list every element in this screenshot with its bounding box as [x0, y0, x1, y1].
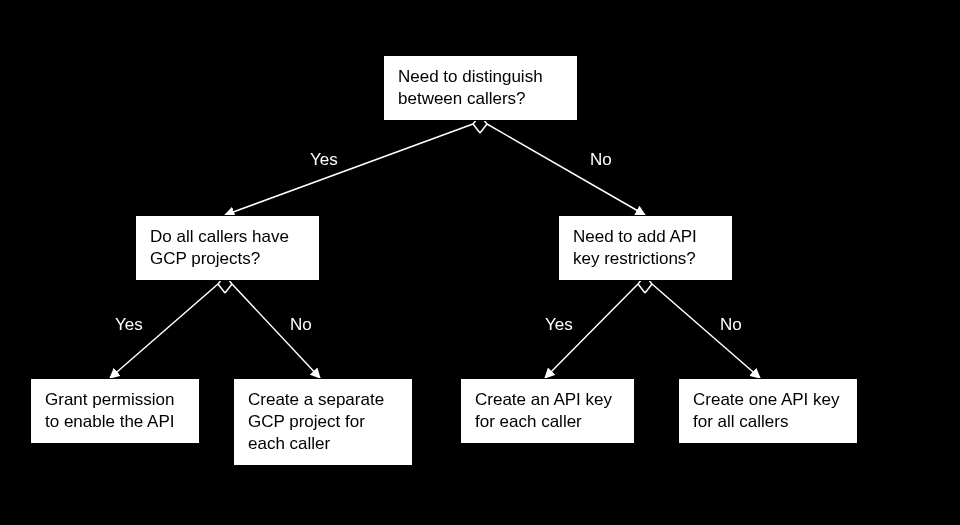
node-leaf-rr-text: Create one API key for all callers: [693, 390, 839, 431]
edge-label-root-right: No: [590, 150, 612, 170]
svg-line-15: [645, 284, 652, 293]
node-leaf-rl: Create an API key for each caller: [460, 378, 635, 444]
svg-line-3: [480, 124, 487, 133]
edge-label-root-left: Yes: [310, 150, 338, 170]
edge-label-left1-l: Yes: [115, 315, 143, 335]
edge-label-left1-r: No: [290, 315, 312, 335]
node-leaf-ll: Grant permission to enable the API: [30, 378, 200, 444]
svg-line-4: [225, 124, 473, 215]
svg-line-17: [652, 284, 760, 378]
node-left1: Do all callers have GCP projects?: [135, 215, 320, 281]
edge-label-right1-l: Yes: [545, 315, 573, 335]
edge-label-right1-r: No: [720, 315, 742, 335]
svg-line-5: [487, 124, 645, 215]
node-root: Need to distinguish between callers?: [383, 55, 578, 121]
node-root-text: Need to distinguish between callers?: [398, 67, 543, 108]
node-right1: Need to add API key restrictions?: [558, 215, 733, 281]
svg-line-8: [218, 284, 225, 293]
node-leaf-rl-text: Create an API key for each caller: [475, 390, 612, 431]
svg-line-2: [473, 124, 480, 133]
node-leaf-rr: Create one API key for all callers: [678, 378, 858, 444]
node-left1-text: Do all callers have GCP projects?: [150, 227, 289, 268]
node-right1-text: Need to add API key restrictions?: [573, 227, 697, 268]
svg-line-9: [225, 284, 232, 293]
node-leaf-lr-text: Create a separate GCP project for each c…: [248, 390, 384, 453]
svg-line-14: [638, 284, 645, 293]
node-leaf-lr: Create a separate GCP project for each c…: [233, 378, 413, 466]
node-leaf-ll-text: Grant permission to enable the API: [45, 390, 175, 431]
